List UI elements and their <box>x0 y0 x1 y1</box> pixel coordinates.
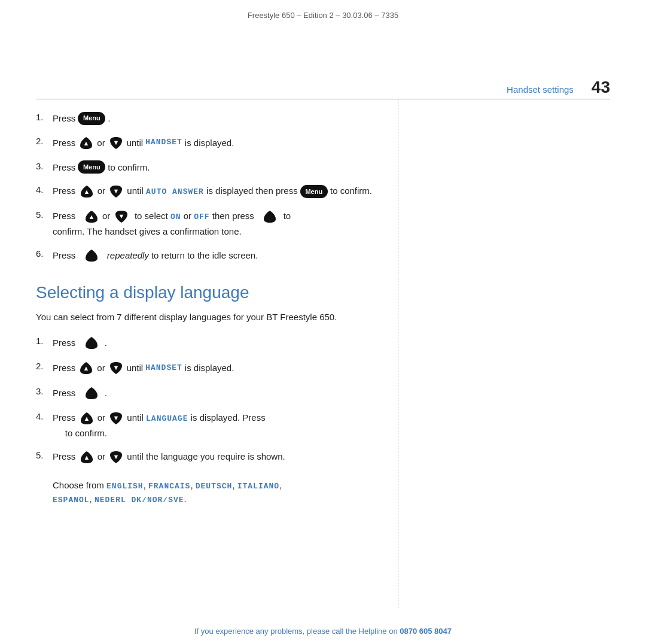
step-2: 2. Press ▲ or ▼ until <box>36 135 389 151</box>
section2-intro: You can select from 7 different display … <box>36 311 389 324</box>
step-4-content: Press ▲ or ▼ until AUTO ANSWER is displa… <box>53 183 389 200</box>
down-button-s2-4[interactable]: ▼ <box>108 410 124 427</box>
svg-text:▼: ▼ <box>113 453 120 460</box>
vertical-divider <box>398 99 398 608</box>
up-button-s2[interactable]: ▲ <box>78 360 95 376</box>
step-3-num: 3. <box>36 160 53 174</box>
menu-button-3[interactable]: Menu <box>300 185 328 198</box>
footer-phone: 0870 605 8047 <box>400 627 452 636</box>
back-button[interactable] <box>83 247 100 264</box>
step-2-content: Press ▲ or ▼ until HANDSET is displa <box>53 135 389 151</box>
step-6-content: Press repeatedly to return to the idle s… <box>53 247 389 264</box>
step-3: 3. Press Menu to confirm. <box>36 160 389 175</box>
sec2-step-1-num: 1. <box>36 335 53 348</box>
step-1-content: Press Menu . <box>53 111 389 126</box>
step-1-num: 1. <box>36 111 53 124</box>
francais-label: FRANCAIS <box>148 482 190 491</box>
step-1: 1. Press Menu . <box>36 111 389 126</box>
main-content: 1. Press Menu . 2. Press ▲ or <box>36 111 389 514</box>
down-button[interactable]: ▼ <box>108 135 124 151</box>
italiano-label: ITALIANO <box>237 482 279 491</box>
auto-answer-label: AUTO ANSWER <box>146 187 204 196</box>
sec2-step-4-num: 4. <box>36 410 53 424</box>
menu-button-s2-1[interactable] <box>83 335 100 351</box>
sec2-step-5: 5. Press ▲ or ▼ until the language you <box>36 449 389 506</box>
off-label: OFF <box>194 212 209 221</box>
header-title: Freestyle 650 – Edition 2 – 30.03.06 – 7… <box>248 11 398 20</box>
sec2-step-2: 2. Press ▲ or ▼ until HANDSET is displa <box>36 360 389 376</box>
svg-text:▼: ▼ <box>118 212 124 220</box>
sec2-step-4-content: Press ▲ or ▼ until LANGUAGE is displayed… <box>53 410 389 441</box>
down-button-3[interactable]: ▼ <box>113 208 130 225</box>
footer-bar: If you experience any problems, please c… <box>0 618 646 644</box>
svg-text:▲: ▲ <box>83 139 90 147</box>
handset-label: HANDSET <box>145 136 182 149</box>
down-button-s2-5[interactable]: ▼ <box>108 449 124 466</box>
confirm-button[interactable] <box>261 208 278 225</box>
step-2-num: 2. <box>36 135 53 148</box>
sec2-step-2-num: 2. <box>36 360 53 373</box>
svg-text:▲: ▲ <box>83 454 90 461</box>
english-label: ENGLISH <box>106 482 144 491</box>
down-button-2[interactable]: ▼ <box>108 183 124 200</box>
menu-button[interactable]: Menu <box>78 112 105 125</box>
menu-button-s2-3[interactable] <box>83 385 100 402</box>
sec2-step-5-content: Press ▲ or ▼ until the language you requ… <box>53 449 389 506</box>
up-button-3[interactable]: ▲ <box>83 208 100 225</box>
svg-text:▼: ▼ <box>113 414 120 421</box>
nederl-label: NEDERL DK/NOR/SVE <box>95 496 184 505</box>
svg-text:▼: ▼ <box>112 139 119 146</box>
page-header: Freestyle 650 – Edition 2 – 30.03.06 – 7… <box>0 0 646 26</box>
sec2-step-2-content: Press ▲ or ▼ until HANDSET is displayed. <box>53 360 389 376</box>
step-5-num: 5. <box>36 208 53 222</box>
step-6: 6. Press repeatedly to return to the idl… <box>36 247 389 264</box>
svg-text:▼: ▼ <box>113 187 120 195</box>
section2-title: Selecting a display language <box>36 283 389 302</box>
svg-text:▲: ▲ <box>83 188 90 195</box>
page-number: 43 <box>592 78 610 97</box>
section1-steps: 1. Press Menu . 2. Press ▲ or <box>36 111 389 264</box>
sec2-step-1-content: Press . <box>53 335 389 351</box>
step-6-num: 6. <box>36 247 53 261</box>
footer-text: If you experience any problems, please c… <box>194 627 398 636</box>
sec2-step-4: 4. Press ▲ or ▼ until LANGUAGE is displ <box>36 410 389 441</box>
up-button-2[interactable]: ▲ <box>78 183 95 200</box>
step-5: 5. Press ▲ or ▼ to select ON or OFF <box>36 208 389 239</box>
sec2-step-5-num: 5. <box>36 449 53 463</box>
espanol-label: ESPANOL <box>53 496 90 505</box>
svg-text:▲: ▲ <box>83 364 90 372</box>
step-5-content: Press ▲ or ▼ to select ON or OFF then pr… <box>53 208 389 239</box>
sec2-step-3-content: Press . <box>53 385 389 402</box>
section-label: Handset settings <box>507 84 574 95</box>
deutsch-label: DEUTSCH <box>196 482 233 491</box>
svg-text:▼: ▼ <box>112 364 119 371</box>
menu-button-2[interactable]: Menu <box>78 160 105 174</box>
svg-text:▲: ▲ <box>83 415 90 422</box>
sec2-step-3: 3. Press . <box>36 385 389 402</box>
up-button-s2-4[interactable]: ▲ <box>78 410 95 427</box>
handset-label-2: HANDSET <box>145 362 182 375</box>
language-label: LANGUAGE <box>146 414 188 423</box>
step-3-content: Press Menu to confirm. <box>53 160 389 175</box>
svg-text:▲: ▲ <box>88 213 95 220</box>
page-top-right: Handset settings 43 <box>507 78 610 97</box>
step-4: 4. Press ▲ or ▼ until AUTO ANSWER is di <box>36 183 389 200</box>
sec2-step-3-num: 3. <box>36 385 53 399</box>
up-button[interactable]: ▲ <box>78 135 95 151</box>
step-4-num: 4. <box>36 183 53 197</box>
horizontal-divider <box>36 99 610 99</box>
on-label: ON <box>170 212 181 221</box>
down-button-s2[interactable]: ▼ <box>108 360 124 376</box>
sec2-step-1: 1. Press . <box>36 335 389 351</box>
section2-steps: 1. Press . 2. Press ▲ <box>36 335 389 506</box>
up-button-s2-5[interactable]: ▲ <box>78 449 95 466</box>
